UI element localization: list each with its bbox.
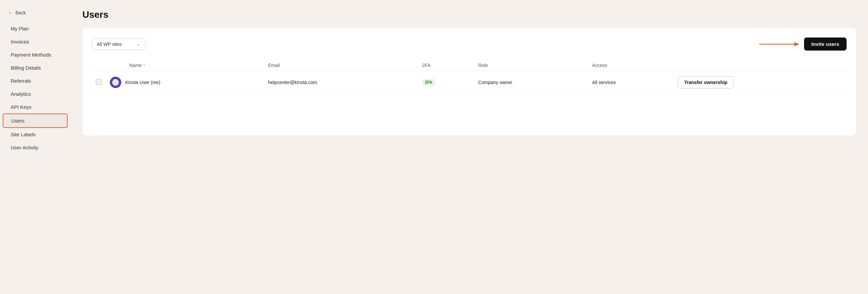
- sidebar-item-referrals[interactable]: Referrals: [3, 74, 68, 88]
- back-arrow-icon: ←: [8, 10, 13, 15]
- col-name: Name ↑: [106, 60, 264, 71]
- sort-asc-icon: ↑: [143, 63, 145, 68]
- col-role: Role: [474, 60, 588, 71]
- invite-users-button[interactable]: Invite users: [804, 37, 846, 51]
- sidebar-item-site-labels[interactable]: Site Labels: [3, 128, 68, 141]
- avatar: [110, 77, 121, 88]
- row-role-cell: Company owner: [474, 71, 588, 94]
- sidebar-item-billing-details[interactable]: Billing Details: [3, 61, 68, 74]
- col-email: Email: [264, 60, 418, 71]
- avatar-inner: [112, 79, 119, 86]
- main-content: Users All WP sites ⌄ Invite users: [70, 0, 868, 294]
- col-action: [674, 60, 846, 71]
- arrow-svg: [759, 40, 799, 48]
- col-access: Access: [588, 60, 674, 71]
- row-access-cell: All services: [588, 71, 674, 94]
- user-name: Kinsta User (me): [125, 80, 160, 85]
- sidebar-item-analytics[interactable]: Analytics: [3, 88, 68, 100]
- table-row: Kinsta User (me) helpcenter@kinsta.com 2…: [92, 71, 846, 94]
- page-title: Users: [82, 9, 856, 20]
- sidebar-item-my-plan[interactable]: My Plan: [3, 22, 68, 35]
- site-filter-select[interactable]: All WP sites ⌄: [92, 38, 145, 50]
- 2fa-badge: 2FA: [422, 79, 435, 86]
- sidebar: ← Back My Plan Invoices Payment Methods …: [0, 0, 70, 294]
- table-header-row: Name ↑ Email 2FA Role Access: [92, 60, 846, 71]
- sidebar-item-invoices[interactable]: Invoices: [3, 35, 68, 48]
- back-button[interactable]: ← Back: [0, 7, 70, 22]
- svg-marker-1: [794, 42, 799, 46]
- users-table: Name ↑ Email 2FA Role Access: [92, 60, 846, 94]
- top-bar: All WP sites ⌄ Invite users: [92, 37, 846, 51]
- row-2fa-cell: 2FA: [418, 71, 474, 94]
- sidebar-item-api-keys[interactable]: API Keys: [3, 100, 68, 113]
- invite-area: Invite users: [759, 37, 846, 51]
- content-card: All WP sites ⌄ Invite users: [82, 28, 856, 135]
- col-2fa: 2FA: [418, 60, 474, 71]
- row-checkbox-cell: [92, 71, 106, 94]
- back-label: Back: [16, 10, 26, 15]
- chevron-down-icon: ⌄: [136, 41, 140, 46]
- sidebar-nav: My Plan Invoices Payment Methods Billing…: [0, 22, 70, 154]
- row-checkbox[interactable]: [96, 79, 102, 85]
- sidebar-item-user-activity[interactable]: User Activity: [3, 141, 68, 154]
- row-action-cell: Transfer ownership: [674, 71, 846, 94]
- col-checkbox: [92, 60, 106, 71]
- site-filter-value: All WP sites: [97, 41, 122, 47]
- row-email-cell: helpcenter@kinsta.com: [264, 71, 418, 94]
- red-arrow: [759, 40, 799, 48]
- sidebar-item-users[interactable]: Users: [3, 113, 68, 128]
- sidebar-item-payment-methods[interactable]: Payment Methods: [3, 48, 68, 61]
- transfer-ownership-button[interactable]: Transfer ownership: [678, 76, 734, 88]
- row-name-cell: Kinsta User (me): [106, 71, 264, 94]
